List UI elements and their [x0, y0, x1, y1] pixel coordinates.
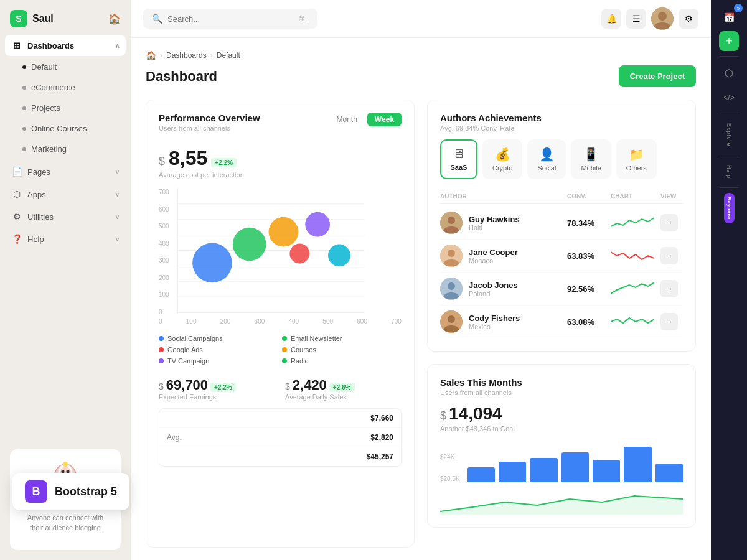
right-column: Authors Achievements Avg. 69.34% Conv. R…: [427, 100, 696, 548]
utilities-arrow: ∨: [115, 213, 120, 220]
default-label: Default: [31, 62, 120, 72]
tab-saas[interactable]: 🖥 SaaS: [440, 139, 477, 179]
utilities-label: Utilities: [27, 212, 110, 222]
bootstrap-text: Bootstrap 5: [55, 485, 117, 498]
tab-social[interactable]: 👤 Social: [527, 139, 566, 179]
sidebar-item-marketing[interactable]: Marketing: [5, 139, 126, 159]
legend-label-social: Social Campaigns: [167, 335, 223, 342]
sidebar-item-projects[interactable]: Projects: [5, 98, 126, 118]
sidebar-item-default[interactable]: Default: [5, 57, 126, 77]
back-icon[interactable]: 🏠: [108, 13, 121, 25]
earnings-stat: $ 69,700 +2.2% Expected Earnings: [159, 377, 275, 401]
online-courses-label: Online Courses: [31, 124, 120, 133]
social-icon: 👤: [539, 147, 555, 162]
author-name-2: Jane Cooper: [469, 248, 518, 257]
perf-header: Performance Overview Users from all chan…: [159, 113, 402, 139]
dashboard-grid: Performance Overview Users from all chan…: [146, 100, 696, 548]
breadcrumb-dashboards[interactable]: Dashboards: [166, 51, 207, 60]
search-input[interactable]: [167, 14, 293, 24]
sales-goal: Another $48,346 to Goal: [440, 425, 683, 432]
sparkline-4: [611, 313, 654, 330]
sidebar-item-ecommerce[interactable]: eCommerce: [5, 78, 126, 97]
col-conv: CONV.: [567, 193, 611, 200]
pages-label: Pages: [27, 167, 110, 177]
col-chart: CHART: [611, 193, 660, 200]
performance-card: Performance Overview Users from all chan…: [146, 100, 415, 548]
stat-row-2: Avg. $2,820: [159, 428, 401, 447]
explore-label[interactable]: Explore: [726, 119, 732, 151]
settings-icon[interactable]: ⚙: [679, 9, 698, 29]
legend-label-email: Email Newsletter: [291, 335, 342, 342]
y-axis: 700 600 500 400 300 200 100 0: [159, 189, 172, 315]
buy-now-button[interactable]: Buy now: [724, 193, 735, 223]
tab-mobile[interactable]: 📱 Mobile: [571, 139, 611, 179]
main-content: 🏠 › Dashboards › Default Dashboard Creat…: [131, 38, 711, 560]
svg-point-19: [269, 217, 299, 247]
saas-icon: 🖥: [453, 147, 465, 161]
tab-others[interactable]: 📁 Others: [616, 139, 657, 179]
user-avatar[interactable]: [651, 7, 674, 30]
author-country-3: Poland: [469, 290, 518, 297]
calendar-icon[interactable]: 📅 5: [718, 6, 740, 29]
home-icon[interactable]: 🏠: [146, 50, 156, 60]
sidebar-item-dashboards[interactable]: ⊞ Dashboards ∧: [5, 35, 126, 56]
bar-7: [655, 464, 683, 482]
add-icon[interactable]: +: [719, 31, 739, 51]
author-name-3: Jacob Jones: [469, 281, 518, 290]
stat-value-2: $2,820: [370, 433, 393, 442]
breadcrumb-default[interactable]: Default: [217, 51, 240, 60]
create-project-button[interactable]: Create Project: [619, 65, 696, 87]
tab-month[interactable]: Month: [329, 113, 365, 126]
view-btn-4[interactable]: →: [660, 313, 678, 330]
authors-card: Authors Achievements Avg. 69.34% Conv. R…: [427, 100, 696, 352]
author-avatar-3: [440, 278, 463, 300]
sales-bar-chart: [467, 445, 683, 482]
topbar: 🔍 ⌘_ 🔔 ☰ ⚙: [131, 0, 711, 38]
grid-icon[interactable]: ⬡: [718, 62, 740, 84]
author-row-2: Jane Cooper Monaco 63.83% →: [440, 240, 683, 273]
sidebar-item-pages[interactable]: 📄 Pages ∨: [5, 161, 126, 182]
bar-5: [593, 460, 620, 482]
view-btn-1[interactable]: →: [660, 214, 678, 231]
author-row-1: Guy Hawkins Haiti 78.34% →: [440, 207, 683, 240]
sidebar-item-apps[interactable]: ⬡ Apps ∨: [5, 184, 126, 205]
search-box[interactable]: 🔍 ⌘_: [143, 9, 317, 29]
col-view: VIEW: [660, 193, 683, 200]
view-btn-3[interactable]: →: [660, 280, 678, 297]
author-name-1: Guy Hawkins: [469, 215, 520, 224]
sparkline-1: [611, 214, 654, 231]
author-conv-1: 78.34%: [567, 218, 611, 228]
sidebar-item-online-courses[interactable]: Online Courses: [5, 119, 126, 138]
marketing-dot: [22, 147, 26, 151]
view-btn-2[interactable]: →: [660, 247, 678, 264]
perf-tabs: Month Week: [329, 113, 402, 126]
author-country-4: Mexico: [469, 323, 520, 330]
legend-label-courses: Courses: [291, 346, 316, 353]
sidebar-item-utilities[interactable]: ⚙ Utilities ∨: [5, 206, 126, 227]
social-label: Social: [537, 164, 556, 172]
svg-point-20: [305, 212, 330, 237]
sales-number: 14,094: [449, 404, 502, 424]
earnings-number: 69,700: [166, 377, 208, 393]
sidebar-item-help[interactable]: ❓ Help ∨: [5, 228, 126, 250]
ecommerce-dot: [22, 86, 26, 90]
bar-6: [624, 447, 651, 482]
help-icon: ❓: [11, 233, 22, 245]
legend-dot-social: [159, 336, 164, 341]
tab-crypto[interactable]: 💰 Crypto: [482, 139, 522, 179]
dashboards-icon: ⊞: [11, 40, 22, 51]
help-label: Help: [27, 235, 110, 244]
authors-subtitle: Avg. 69.34% Conv. Rate: [440, 124, 683, 132]
notifications-icon[interactable]: 🔔: [601, 9, 621, 29]
legend-courses: Courses: [282, 346, 402, 353]
tab-week[interactable]: Week: [367, 113, 402, 126]
help-label-rp[interactable]: Help: [726, 161, 732, 183]
menu-icon[interactable]: ☰: [626, 9, 646, 29]
author-conv-3: 92.56%: [567, 284, 611, 294]
search-icon: 🔍: [152, 14, 162, 24]
svg-point-22: [328, 245, 350, 267]
author-text-1: Guy Hawkins Haiti: [469, 215, 520, 231]
code-icon[interactable]: </>: [718, 86, 740, 109]
earnings-badge: +2.2%: [210, 383, 236, 392]
svg-point-26: [448, 250, 455, 257]
